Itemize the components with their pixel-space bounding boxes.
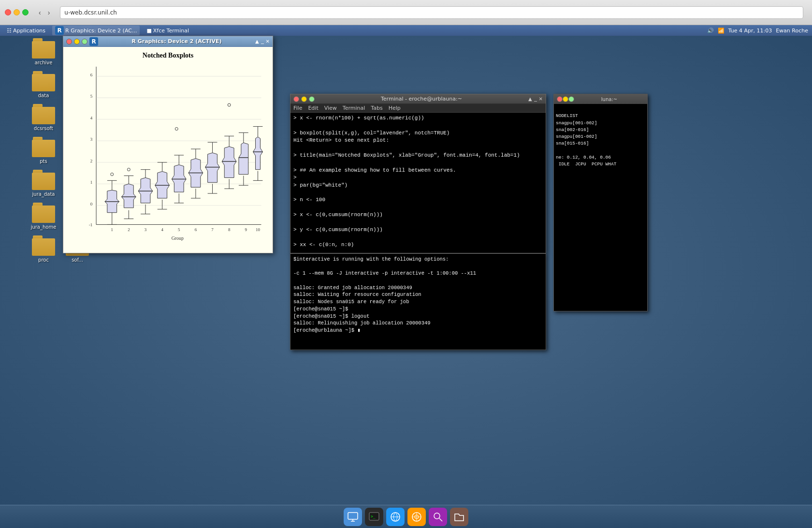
r-window-logo: R <box>89 37 98 46</box>
close-button[interactable] <box>5 9 11 15</box>
folder-icon-jura-home <box>32 203 55 223</box>
nav-buttons: ‹ › <box>36 8 52 17</box>
rp-close-btn[interactable] <box>557 96 563 102</box>
r-win-x-icon[interactable]: ✕ <box>266 39 270 44</box>
terminal-bottom-section: $interactive is running with the followi… <box>290 253 546 350</box>
rp-minimize-btn[interactable] <box>563 96 568 102</box>
dock-search[interactable] <box>429 508 447 526</box>
term-line-10: > par(bg="white") <box>293 182 543 189</box>
taskbar-r-graphics[interactable]: R R Graphics: Device 2 (AC... <box>52 26 140 35</box>
rp-line-5: snagpu[001-002] <box>556 133 645 140</box>
term-win-up-icon[interactable]: ▲ <box>528 96 532 102</box>
network-icon: 📶 <box>718 28 725 34</box>
traffic-lights <box>5 9 29 15</box>
taskbar-applications[interactable]: ☷ Applications <box>4 27 48 34</box>
r-win-up-icon[interactable]: ▲ <box>255 39 259 44</box>
dock-files[interactable] <box>450 508 468 526</box>
boxplot-svg: -1 0 1 2 3 4 5 6 1 2 3 4 <box>71 62 265 244</box>
minimize-button[interactable] <box>14 9 20 15</box>
dock-terminal[interactable]: >_ <box>365 508 383 526</box>
term-win-line-icon[interactable]: ⎯ <box>534 96 537 102</box>
svg-text:6: 6 <box>195 227 197 232</box>
term-menu-tabs[interactable]: Tabs <box>371 105 382 111</box>
dock-network[interactable] <box>386 508 405 526</box>
svg-marker-69 <box>205 153 220 182</box>
terminal-bottom-content[interactable]: $interactive is running with the followi… <box>290 254 546 350</box>
term-menu-help[interactable]: Help <box>389 105 401 111</box>
files-dock-icon <box>453 511 465 523</box>
right-panel-title: luna:~ <box>574 97 644 102</box>
svg-text:1: 1 <box>90 180 92 185</box>
r-win-minimize[interactable] <box>74 39 80 44</box>
plot-title: Notched Boxplots <box>71 52 265 59</box>
desktop-icon-jura-home[interactable]: jura_home <box>27 203 60 230</box>
svg-text:4: 4 <box>161 227 163 232</box>
svg-marker-56 <box>172 165 186 192</box>
bottom-line-9: [eroche@sna015 ~]$ logout <box>293 313 543 320</box>
taskbar-r-label: R Graphics: Device 2 (AC... <box>65 28 137 34</box>
term-menu-edit[interactable]: Edit <box>308 105 318 111</box>
r-icon: R <box>55 26 64 35</box>
term-line-6: > title(main="Notched Boxplots", xlab="G… <box>293 152 543 159</box>
desktop-icon-archive[interactable]: archive <box>27 38 60 66</box>
svg-text:5: 5 <box>178 227 180 232</box>
bottom-line-2 <box>293 263 543 270</box>
svg-text:8: 8 <box>228 227 231 232</box>
term-menu-terminal[interactable]: Terminal <box>343 105 365 111</box>
svg-point-79 <box>228 103 231 106</box>
r-win-maximize[interactable] <box>82 39 87 44</box>
desktop-icon-jura-data[interactable]: jura_data <box>27 170 60 197</box>
back-button[interactable]: ‹ <box>36 8 44 17</box>
forward-button[interactable]: › <box>45 8 53 17</box>
term-maximize-btn[interactable] <box>309 96 315 102</box>
r-win-line-icon[interactable]: ⎯ <box>261 39 264 44</box>
terminal-dock-icon: >_ <box>368 511 380 523</box>
bottom-line-3: -c 1 --mem 8G -J interactive -p interact… <box>293 270 543 277</box>
desktop-icon-dcsrsoft[interactable]: dcsrsoft <box>27 104 60 132</box>
desktop-icon-pts[interactable]: pts <box>27 137 60 164</box>
svg-text:>_: >_ <box>371 514 376 519</box>
rp-maximize-btn[interactable] <box>568 96 574 102</box>
r-win-close[interactable] <box>66 39 72 44</box>
svg-marker-89 <box>253 137 263 169</box>
svg-text:2: 2 <box>128 227 130 232</box>
term-line-9: > <box>293 174 543 181</box>
term-line-12: > n <- 100 <box>293 196 543 204</box>
bottom-line-5: salloc: Granted job allocation 20000349 <box>293 284 543 292</box>
desktop-icon-proc[interactable]: proc <box>27 235 60 263</box>
svg-marker-50 <box>155 172 170 198</box>
term-line-18: > xx <- c(0:n, n:0) <box>293 241 543 249</box>
desktop: archive users sys data w... dcsrsoft <box>0 36 812 505</box>
rp-line-9: IDLE JCPU PCPU WHAT <box>556 161 645 168</box>
term-win-x-icon[interactable]: ✕ <box>539 96 543 102</box>
term-close-btn[interactable] <box>293 96 299 102</box>
dock-browser[interactable] <box>407 508 426 526</box>
right-panel-titlebar: luna:~ <box>554 94 647 104</box>
term-line-11 <box>293 189 543 196</box>
svg-text:4: 4 <box>90 116 93 120</box>
dock-desktop[interactable] <box>344 508 362 526</box>
url-bar[interactable]: u-web.dcsr.unil.ch <box>60 6 803 19</box>
r-window-title: R Graphics: Device 2 (ACTIVE) <box>100 38 253 44</box>
icon-label-sof: sof... <box>71 257 84 263</box>
term-menu-file[interactable]: File <box>293 105 302 111</box>
term-menu-view[interactable]: View <box>324 105 337 111</box>
svg-rect-94 <box>348 513 358 519</box>
dock: >_ <box>0 505 812 528</box>
bottom-line-1: $interactive is running with the followi… <box>293 256 543 263</box>
folder-icon-archive <box>32 38 55 59</box>
url-text: u-web.dcsr.unil.ch <box>64 9 117 16</box>
taskbar-terminal[interactable]: ■ Xfce Terminal <box>144 27 192 34</box>
term-line-14: > x <- c(0,cumsum(rnorm(n))) <box>293 211 543 219</box>
svg-point-60 <box>175 128 178 131</box>
folder-icon-dcsrsoft <box>32 104 55 124</box>
svg-marker-44 <box>138 177 153 203</box>
browser-chrome: ‹ › u-web.dcsr.unil.ch <box>0 0 812 25</box>
term-line-4: Hit <Return> to see next plot: <box>293 137 543 144</box>
terminal-content[interactable]: > x <- rnorm(n*100) + sqrt(as.numeric(g)… <box>290 113 546 253</box>
desktop-icon-data[interactable]: data <box>27 71 60 99</box>
svg-point-41 <box>127 168 130 171</box>
term-minimize-btn[interactable] <box>301 96 307 102</box>
folder-icon-proc <box>32 235 55 256</box>
maximize-button[interactable] <box>22 9 29 15</box>
